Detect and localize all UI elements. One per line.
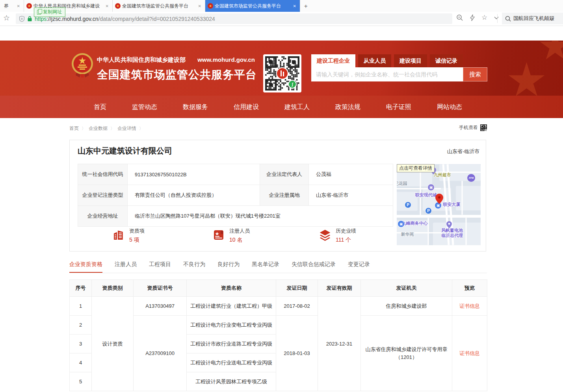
chevron-down-icon[interactable] xyxy=(493,14,500,21)
building-icon xyxy=(112,228,125,243)
parking-icon: P xyxy=(425,207,432,214)
search-category-tab[interactable]: 从业人员 xyxy=(358,54,391,67)
qual-col-header: 发证有效期 xyxy=(318,280,361,297)
table-cell: 山东省住房和城乡建设厅许可专用章 （1201） xyxy=(361,316,452,391)
breadcrumb-item[interactable]: 企业详情 xyxy=(117,126,136,131)
tab-title: 界 xyxy=(4,3,14,9)
search-category-tab[interactable]: 建设工程企业 xyxy=(311,54,355,67)
lightning-icon[interactable] xyxy=(469,14,476,21)
tab-close-icon[interactable]: ✕ xyxy=(16,4,21,8)
zoom-out-icon[interactable] xyxy=(456,14,463,21)
tab-close-icon[interactable]: ✕ xyxy=(104,4,110,8)
detail-tab[interactable]: 变更记录 xyxy=(348,261,370,272)
qual-col-header: 资质名称 xyxy=(187,280,276,297)
stat-text: 历史业绩111 个 xyxy=(336,227,356,244)
stat-item: 注册人员10 名 xyxy=(212,227,250,244)
search-category-tab[interactable]: 诚信记录 xyxy=(430,54,463,67)
stat-label: 历史业绩 xyxy=(336,227,356,235)
certificate-info-link[interactable]: 证书信息 xyxy=(452,316,487,391)
tab-favicon-icon: ★ xyxy=(208,3,213,9)
detail-tab[interactable]: 良好行为 xyxy=(217,261,240,272)
table-header-row: 序号资质类别资质证书号资质名称发证日期发证有效期发证机关预览 xyxy=(70,280,487,297)
detail-tab[interactable]: 失信联合惩戒记录 xyxy=(292,261,336,272)
toolbar-icons: ☆ xyxy=(456,14,500,21)
detail-tab[interactable]: 黑名单记录 xyxy=(252,261,279,272)
detail-tab[interactable]: 企业资质资格 xyxy=(69,261,102,273)
table-cell: 3 xyxy=(70,335,92,353)
company-detail-card: 山东中元建筑设计有限公司 山东省-临沂市 统一社会信用代码91371302675… xyxy=(69,140,486,251)
info-row: 企业经营地址临沂市兰山区陶然路107号星河晶都（联安）现代城1号楼2201室 xyxy=(78,206,393,227)
nav-item[interactable]: 网站动态 xyxy=(437,96,462,118)
search-icon xyxy=(505,16,511,22)
nav-item[interactable]: 监管动态 xyxy=(132,96,157,118)
info-label: 企业法定代表人 xyxy=(260,164,309,185)
table-cell: 工程设计风景园林工程专项乙级 xyxy=(187,372,276,391)
breadcrumb-separator-icon: 〉 xyxy=(110,126,115,131)
search-category-tab[interactable]: 建设项目 xyxy=(394,54,427,67)
tab-close-icon[interactable]: ✕ xyxy=(292,4,297,8)
browser-tab[interactable]: ★全国建筑市场监管公共服务平台✕ xyxy=(113,0,205,12)
qual-col-header: 序号 xyxy=(70,280,92,297)
nav-item[interactable]: 首页 xyxy=(94,96,106,118)
detail-tab[interactable]: 不良行为 xyxy=(183,261,205,272)
layers-icon xyxy=(319,228,331,243)
browser-tab[interactable]: 界✕ xyxy=(0,0,24,12)
table-cell: 4 xyxy=(70,353,92,372)
table-cell: 工程设计建筑行业（建筑工程）甲级 xyxy=(187,297,276,316)
qr-code-icon xyxy=(480,124,487,131)
tab-favicon-icon: ★ xyxy=(115,3,121,9)
nav-item[interactable]: 政策法规 xyxy=(335,96,360,118)
browser-tab[interactable]: ★全国建筑市场监管公共服务平台✕ xyxy=(205,0,300,12)
tab-title: 全国建筑市场监管公共服务平台 xyxy=(122,3,195,9)
table-cell: 工程设计市政行业道路工程专业丙级 xyxy=(187,335,276,353)
map-tooltip: 点击可查看详情 xyxy=(397,164,435,172)
certificate-info-link[interactable]: 证书信息 xyxy=(452,297,487,316)
stat-item: 历史业绩111 个 xyxy=(319,227,356,244)
map-poi-label: 风帆蓄电池 临沂总代理 xyxy=(441,228,463,238)
certificate-icon xyxy=(212,228,225,243)
table-row: 1设计资质A137030497工程设计建筑行业（建筑工程）甲级2017-08-0… xyxy=(70,297,487,316)
detail-tab[interactable]: 注册人员 xyxy=(115,261,137,272)
stat-value: 10 名 xyxy=(229,237,250,244)
new-tab-button[interactable]: ＋ xyxy=(300,0,311,12)
site-header: 中华人民共和国住房和城乡建设部 www.mohurd.gov.cn 全国建筑市场… xyxy=(0,41,563,96)
qual-col-header: 发证机关 xyxy=(361,280,452,297)
stat-value: 5 项 xyxy=(129,237,145,244)
nav-item[interactable]: 建筑工人 xyxy=(284,96,310,118)
browser-search-box[interactable]: 国航回应飞机颠簸 xyxy=(502,13,563,24)
nav-item[interactable]: 数据服务 xyxy=(183,96,208,118)
mobile-view[interactable]: 手机查看 xyxy=(459,124,487,131)
info-label: 企业登记注册类型 xyxy=(78,185,128,206)
browser-toolbar: ☆ https://jzsc.mohurd.gov.cn/data/compan… xyxy=(0,12,563,26)
nav-item[interactable]: 电子证照 xyxy=(386,96,411,118)
stat-text: 资质项5 项 xyxy=(129,227,145,244)
breadcrumb-separator-icon: 〉 xyxy=(139,126,143,131)
keyword-search-input[interactable] xyxy=(311,67,463,81)
address-bar[interactable]: https://jzsc.mohurd.gov.cn/data/company/… xyxy=(16,13,452,24)
detail-tab-bar: 企业资质资格注册人员工程项目不良行为良好行为黑名单记录失信联合惩戒记录变更记录 xyxy=(69,261,487,273)
site-title-block: 中华人民共和国住房和城乡建设部 www.mohurd.gov.cn 全国建筑市场… xyxy=(97,56,257,82)
favorite-star-icon[interactable]: ☆ xyxy=(481,14,487,21)
search-button[interactable]: 搜索 xyxy=(463,67,487,81)
stat-item: 资质项5 项 xyxy=(112,227,145,244)
info-label: 统一社会信用代码 xyxy=(78,164,128,185)
detail-tab[interactable]: 工程项目 xyxy=(149,261,171,272)
qual-col-header: 资质类别 xyxy=(92,280,134,297)
nav-item[interactable]: 信用建设 xyxy=(234,96,259,118)
table-cell: 2 xyxy=(70,316,92,335)
table-cell: 工程设计电力行业变电工程专业丙级 xyxy=(187,316,276,335)
tab-favicon-icon: ★ xyxy=(26,3,32,9)
bookmarks-star-icon[interactable]: ☆ xyxy=(3,13,10,22)
copy-url-tooltip-label: 复制网址 xyxy=(43,9,62,15)
poi-pin-icon xyxy=(446,221,452,228)
breadcrumb-item[interactable]: 企业数据 xyxy=(89,126,108,131)
map-poi-label: 新华苑 xyxy=(401,232,414,237)
tab-close-icon[interactable]: ✕ xyxy=(197,4,203,8)
info-value: 有限责任公司（自然人投资或控股） xyxy=(128,185,260,206)
breadcrumb-item[interactable]: 首页 xyxy=(69,126,79,131)
copy-url-tooltip: 复制网址 xyxy=(34,7,65,17)
table-cell: A237009100 xyxy=(134,316,187,391)
mini-program-icon: ʃ xyxy=(288,80,297,89)
qr-center-logo xyxy=(276,67,288,80)
platform-title: 全国建筑市场监管公共服务平台 xyxy=(97,67,257,82)
